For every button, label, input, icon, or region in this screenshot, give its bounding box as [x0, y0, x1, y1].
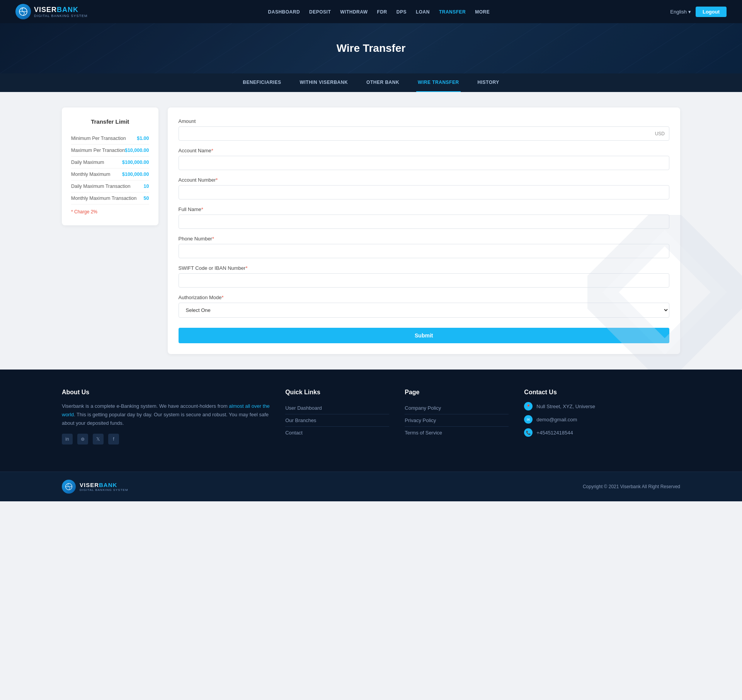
footer-quick-links-list: User Dashboard Our Branches Contact — [285, 402, 389, 439]
footer-copyright: Copyright © 2021 Viserbank All Right Res… — [583, 484, 680, 489]
nav-transfer[interactable]: TRANSFER — [435, 7, 470, 17]
footer-contact: Contact Us 📍 Null Street, XYZ, Universe … — [524, 389, 680, 445]
limit-row-daily-max: Daily Maximum $100,000.00 — [71, 157, 149, 169]
social-linkedin-icon[interactable]: in — [62, 434, 73, 445]
phone-input[interactable] — [179, 244, 670, 258]
social-instagram-icon[interactable]: ⊚ — [77, 434, 88, 445]
footer-about-title: About Us — [62, 389, 270, 396]
amount-group: Amount USD — [179, 118, 670, 141]
footer-bottom: VISERBANK DIGITAL BANKING SYSTEM Copyrig… — [0, 472, 742, 501]
swift-label: SWIFT Code or IBAN Number* — [179, 265, 670, 271]
phone-label: Phone Number* — [179, 236, 670, 242]
nav-deposit[interactable]: DEPOSIT — [305, 7, 335, 17]
limit-value-min: $1.00 — [137, 136, 149, 141]
limit-label-max-per: Maximum Per Tranaction — [71, 148, 125, 153]
amount-label: Amount — [179, 118, 670, 124]
account-number-required: * — [216, 177, 218, 183]
account-number-label: Account Number* — [179, 177, 670, 183]
location-icon: 📍 — [524, 402, 533, 410]
brand-logo-icon — [15, 4, 31, 19]
amount-input[interactable] — [179, 126, 670, 141]
phone-icon: 📞 — [524, 428, 533, 437]
footer-quick-links: Quick Links User Dashboard Our Branches … — [285, 389, 389, 445]
nav-more[interactable]: MORE — [471, 7, 494, 17]
navbar-right: English ▾ Logout — [670, 7, 727, 17]
footer-brand-tagline: DIGITAL BANKING SYSTEM — [80, 488, 128, 492]
sub-navigation: BENEFICIARIES WITHIN VISERBANK OTHER BAN… — [0, 73, 742, 92]
contact-phone: +454512418544 — [536, 430, 573, 436]
nav-dashboard[interactable]: DASHBOARD — [264, 7, 304, 17]
auth-mode-required: * — [222, 295, 224, 300]
full-name-required: * — [201, 206, 203, 212]
limit-label-daily-txn: Daily Maximum Transaction — [71, 184, 131, 189]
navbar: VISERBANK DIGITAL BANKING SYSTEM DASHBOA… — [0, 0, 742, 23]
social-twitter-icon[interactable]: 𝕏 — [93, 434, 104, 445]
social-facebook-icon[interactable]: f — [108, 434, 119, 445]
page-title: Wire Transfer — [337, 42, 406, 55]
charge-note: * Charge 2% — [71, 209, 149, 215]
subnav-wire-transfer[interactable]: WIRE TRANSFER — [416, 73, 461, 92]
wire-transfer-form-card: Amount USD Account Name* Account Number*… — [168, 107, 681, 354]
transfer-limit-title: Transfer Limit — [71, 118, 149, 125]
account-name-input[interactable] — [179, 156, 670, 170]
footer-quick-links-title: Quick Links — [285, 389, 389, 396]
footer-link-dashboard[interactable]: User Dashboard — [285, 402, 389, 414]
currency-badge: USD — [655, 131, 665, 136]
limit-value-daily-max: $100,000.00 — [122, 160, 149, 165]
footer-link-privacy-policy[interactable]: Privacy Policy — [405, 414, 509, 427]
chevron-down-icon: ▾ — [688, 9, 691, 15]
limit-row-monthly-txn: Monthly Maximum Transaction 50 — [71, 192, 149, 204]
footer-contact-title: Contact Us — [524, 389, 680, 396]
footer-about-text: Viserbank is a complete e-Banking system… — [62, 402, 270, 427]
swift-group: SWIFT Code or IBAN Number* — [179, 265, 670, 288]
footer-link-company-policy[interactable]: Company Policy — [405, 402, 509, 414]
limit-label-daily-max: Daily Maximum — [71, 160, 104, 165]
full-name-input[interactable] — [179, 215, 670, 229]
main-content: Transfer Limit Minimum Per Transaction $… — [0, 92, 742, 370]
account-name-label: Account Name* — [179, 148, 670, 153]
phone-required: * — [212, 236, 214, 242]
nav-fdr[interactable]: FDR — [373, 7, 391, 17]
swift-input[interactable] — [179, 273, 670, 288]
footer-page: Page Company Policy Privacy Policy Terms… — [405, 389, 509, 445]
contact-email-item: ✉ demo@gmail.com — [524, 415, 680, 424]
nav-loan[interactable]: LOAN — [412, 7, 434, 17]
footer-page-title: Page — [405, 389, 509, 396]
swift-required: * — [245, 265, 247, 271]
footer-link-contact[interactable]: Contact — [285, 427, 389, 439]
account-name-group: Account Name* — [179, 148, 670, 170]
limit-row-daily-txn: Daily Maximum Transaction 10 — [71, 181, 149, 192]
limit-value-monthly-max: $100,000.00 — [122, 172, 149, 177]
nav-withdraw[interactable]: WITHDRAW — [336, 7, 371, 17]
auth-mode-select[interactable]: Select One Email OTP SMS OTP Google Auth… — [179, 303, 670, 318]
brand-name: VISERBANK — [34, 6, 88, 14]
nav-dps[interactable]: DPS — [393, 7, 410, 17]
brand-text: VISERBANK DIGITAL BANKING SYSTEM — [34, 6, 88, 18]
subnav-beneficiaries[interactable]: BENEFICIARIES — [241, 73, 283, 92]
full-name-label: Full Name* — [179, 206, 670, 212]
email-icon: ✉ — [524, 415, 533, 424]
footer: About Us Viserbank is a complete e-Banki… — [0, 370, 742, 472]
amount-wrapper: USD — [179, 126, 670, 141]
brand-tagline: DIGITAL BANKING SYSTEM — [34, 14, 88, 18]
footer-brand: VISERBANK DIGITAL BANKING SYSTEM — [62, 480, 128, 494]
footer-highlight: almost all over the world — [62, 403, 270, 417]
logout-button[interactable]: Logout — [696, 7, 727, 17]
subnav-history[interactable]: HISTORY — [476, 73, 501, 92]
subnav-within-viserbank[interactable]: WITHIN VISERBANK — [298, 73, 349, 92]
footer-link-branches[interactable]: Our Branches — [285, 414, 389, 427]
limit-label-monthly-txn: Monthly Maximum Transaction — [71, 196, 137, 201]
phone-group: Phone Number* — [179, 236, 670, 258]
footer-grid: About Us Viserbank is a complete e-Banki… — [62, 389, 680, 445]
full-name-group: Full Name* — [179, 206, 670, 229]
account-number-input[interactable] — [179, 185, 670, 199]
submit-button[interactable]: Submit — [179, 328, 670, 343]
limit-value-max-per: $10,000.00 — [125, 148, 149, 153]
subnav-other-bank[interactable]: OTHER BANK — [365, 73, 401, 92]
hero-section: Wire Transfer — [0, 23, 742, 73]
auth-mode-label: Authorization Mode* — [179, 295, 670, 300]
limit-row-max-per: Maximum Per Tranaction $10,000.00 — [71, 145, 149, 157]
footer-link-terms-of-service[interactable]: Terms of Service — [405, 427, 509, 439]
footer-brand-logo-icon — [62, 480, 76, 494]
language-selector[interactable]: English ▾ — [670, 9, 691, 15]
